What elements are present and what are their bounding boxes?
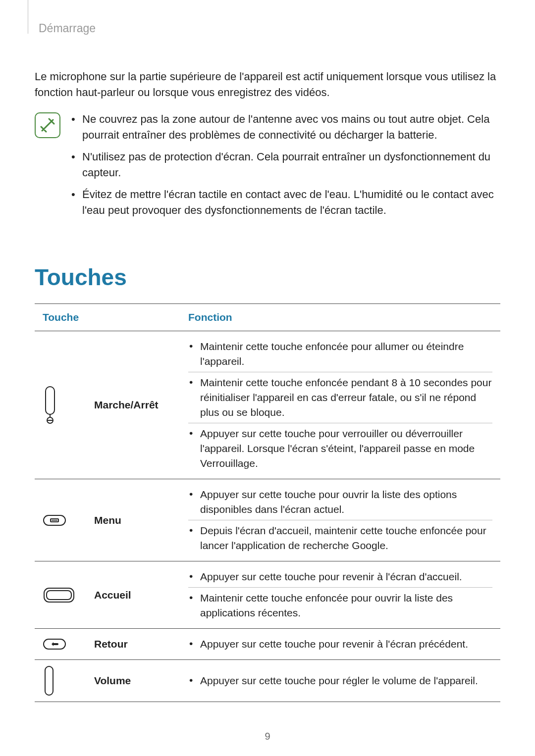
table-header-row: Touche Fonction: [35, 304, 500, 331]
page-number: 9: [0, 731, 535, 742]
note-list: Ne couvrez pas la zone autour de l'anten…: [69, 111, 500, 224]
svg-rect-0: [46, 387, 54, 414]
row-functions: Appuyer sur cette touche pour régler le …: [180, 660, 500, 702]
row-functions: Maintenir cette touche enfoncée pour all…: [180, 331, 500, 479]
table-row: Retour Appuyer sur cette touche pour rev…: [35, 629, 500, 660]
intro-paragraph: Le microphone sur la partie supérieure d…: [35, 69, 500, 101]
row-functions: Appuyer sur cette touche pour revenir à …: [180, 561, 500, 629]
function-item: Appuyer sur cette touche pour verrouille…: [188, 423, 492, 474]
row-functions: Appuyer sur cette touche pour revenir à …: [180, 629, 500, 660]
row-functions: Appuyer sur cette touche pour ouvrir la …: [180, 479, 500, 561]
volume-button-icon: [35, 660, 86, 702]
home-button-icon: [35, 561, 86, 629]
table-row: Menu Appuyer sur cette touche pour ouvri…: [35, 479, 500, 561]
row-label: Marche/Arrêt: [86, 331, 180, 479]
function-item: Appuyer sur cette touche pour revenir à …: [188, 566, 492, 587]
function-item: Appuyer sur cette touche pour ouvrir la …: [188, 484, 492, 520]
note-block: Ne couvrez pas la zone autour de l'anten…: [35, 111, 500, 224]
row-label: Accueil: [86, 561, 180, 629]
note-item: Évitez de mettre l'écran tactile en cont…: [69, 187, 500, 218]
function-item: Depuis l'écran d'accueil, maintenir cett…: [188, 520, 492, 556]
power-button-icon: [35, 331, 86, 479]
table-row: Volume Appuyer sur cette touche pour rég…: [35, 660, 500, 702]
row-label: Volume: [86, 660, 180, 702]
document-page: Démarrage Le microphone sur la partie su…: [0, 0, 535, 756]
function-item: Appuyer sur cette touche pour revenir à …: [188, 634, 492, 655]
function-item: Maintenir cette touche enfoncée pour ouv…: [188, 587, 492, 623]
svg-rect-8: [47, 591, 71, 600]
chapter-title: Démarrage: [39, 22, 500, 35]
function-item: Maintenir cette touche enfoncée pour all…: [188, 336, 492, 372]
note-icon: [35, 112, 60, 138]
function-item: Maintenir cette touche enfoncée pendant …: [188, 372, 492, 423]
note-item: Ne couvrez pas la zone autour de l'anten…: [69, 111, 500, 143]
row-label: Retour: [86, 629, 180, 660]
function-item: Appuyer sur cette touche pour régler le …: [188, 670, 492, 691]
back-button-icon: [35, 629, 86, 660]
keys-table: Touche Fonction Marche/Arrêt: [35, 303, 500, 702]
table-row: Accueil Appuyer sur cette touche pour re…: [35, 561, 500, 629]
section-title: Touches: [35, 264, 500, 291]
svg-rect-10: [45, 666, 53, 695]
note-item: N'utilisez pas de protection d'écran. Ce…: [69, 149, 500, 181]
col-header-fonction: Fonction: [180, 304, 500, 331]
menu-button-icon: [35, 479, 86, 561]
row-label: Menu: [86, 479, 180, 561]
header-rule: [28, 0, 28, 34]
table-row: Marche/Arrêt Maintenir cette touche enfo…: [35, 331, 500, 479]
col-header-touche: Touche: [35, 304, 180, 331]
